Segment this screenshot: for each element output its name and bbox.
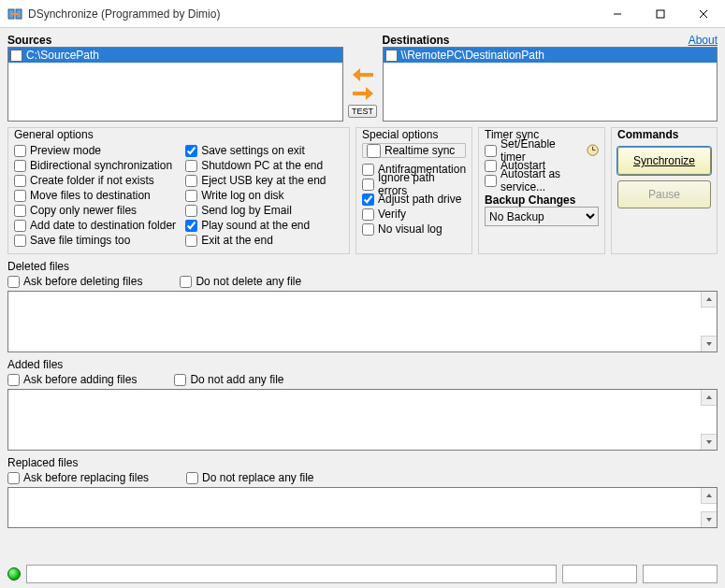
- copy-newer-label: Copy only newer files: [30, 204, 137, 217]
- send-email-checkbox[interactable]: [185, 205, 197, 217]
- destinations-list[interactable]: \\RemotePC\DestinationPath: [383, 47, 718, 122]
- scroll-down-button[interactable]: [701, 511, 717, 527]
- source-item-checkbox[interactable]: [10, 50, 22, 62]
- deleted-files-section: Deleted files Ask before deleting files …: [7, 260, 718, 352]
- close-button[interactable]: [682, 0, 725, 28]
- sources-panel: Sources C:\SourcePath: [7, 32, 343, 122]
- synchronize-button[interactable]: Synchronize: [617, 147, 711, 175]
- timer-sync-group: Timer sync Set/Enable timer Autostart Au…: [478, 127, 605, 254]
- no-visual-log-label: No visual log: [378, 222, 442, 236]
- window-title: DSynchronize (Programmed by Dimio): [28, 7, 596, 21]
- exit-end-checkbox[interactable]: [185, 235, 197, 247]
- source-item-path: C:\SourcePath: [26, 49, 99, 62]
- bidirectional-checkbox[interactable]: [14, 160, 26, 172]
- source-item[interactable]: C:\SourcePath: [8, 48, 342, 63]
- special-options-legend: Special options: [362, 128, 466, 141]
- ask-add-checkbox[interactable]: [7, 374, 20, 386]
- scroll-up-button[interactable]: [701, 488, 717, 504]
- ask-add-label: Ask before adding files: [23, 373, 137, 386]
- verify-checkbox[interactable]: [362, 208, 374, 221]
- move-files-checkbox[interactable]: [14, 190, 26, 202]
- eject-usb-label: Eject USB key at the end: [201, 174, 326, 187]
- arrow-right-icon: [353, 86, 373, 101]
- bidirectional-label: Bidirectional synchronization: [30, 159, 172, 172]
- destination-item-path: \\RemotePC\DestinationPath: [401, 49, 544, 62]
- replaced-files-label: Replaced files: [7, 456, 718, 469]
- status-led-icon: [7, 567, 21, 581]
- shutdown-checkbox[interactable]: [185, 160, 197, 172]
- ask-replace-checkbox[interactable]: [7, 472, 20, 484]
- send-email-label: Send log by Email: [201, 204, 292, 217]
- ask-delete-checkbox[interactable]: [7, 276, 20, 288]
- scroll-up-button[interactable]: [701, 390, 717, 406]
- sources-list[interactable]: C:\SourcePath: [7, 47, 343, 122]
- backup-changes-legend: Backup Changes: [485, 194, 599, 207]
- create-folder-label: Create folder if not exists: [30, 174, 154, 187]
- about-link[interactable]: About: [689, 34, 718, 47]
- save-settings-checkbox[interactable]: [185, 145, 197, 157]
- realtime-sync-label: Realtime sync: [384, 144, 455, 157]
- preview-mode-checkbox[interactable]: [14, 145, 26, 157]
- enable-timer-checkbox[interactable]: [485, 145, 497, 157]
- deleted-files-label: Deleted files: [7, 260, 718, 273]
- ignore-path-checkbox[interactable]: [362, 179, 374, 191]
- replaced-files-log[interactable]: [7, 487, 718, 528]
- move-files-label: Move files to destination: [30, 189, 151, 202]
- play-sound-checkbox[interactable]: [185, 220, 197, 232]
- antifrag-checkbox[interactable]: [362, 164, 374, 176]
- no-visual-log-checkbox[interactable]: [362, 223, 374, 236]
- scroll-down-button[interactable]: [701, 434, 717, 450]
- scroll-up-button[interactable]: [701, 292, 717, 308]
- added-files-log[interactable]: [7, 389, 718, 451]
- maximize-button[interactable]: [639, 0, 682, 28]
- added-files-label: Added files: [7, 358, 718, 371]
- status-field-3: [643, 565, 718, 583]
- transfer-arrows: TEST: [343, 32, 383, 122]
- general-options-legend: General options: [14, 128, 343, 141]
- save-timings-checkbox[interactable]: [14, 235, 26, 247]
- save-timings-label: Save file timings too: [30, 234, 130, 247]
- verify-label: Verify: [378, 208, 406, 221]
- scroll-down-button[interactable]: [701, 336, 717, 351]
- dont-delete-label: Do not delete any file: [196, 275, 301, 288]
- replaced-files-section: Replaced files Ask before replacing file…: [7, 456, 718, 528]
- write-log-checkbox[interactable]: [185, 190, 197, 202]
- save-settings-label: Save settings on exit: [201, 144, 305, 157]
- status-bar: [7, 564, 718, 584]
- dont-add-checkbox[interactable]: [174, 374, 186, 386]
- destination-item[interactable]: \\RemotePC\DestinationPath: [384, 48, 718, 63]
- ask-replace-label: Ask before replacing files: [23, 471, 149, 484]
- general-options-group: General options Preview mode Bidirection…: [7, 127, 350, 254]
- realtime-sync-checkbox[interactable]: [367, 144, 381, 158]
- commands-legend: Commands: [617, 128, 711, 141]
- adjust-drive-checkbox[interactable]: [362, 194, 374, 206]
- sources-label: Sources: [7, 34, 51, 47]
- added-files-section: Added files Ask before adding files Do n…: [7, 358, 718, 451]
- dont-replace-checkbox[interactable]: [186, 472, 198, 484]
- commands-group: Commands Synchronize Pause: [611, 127, 718, 254]
- minimize-button[interactable]: [596, 0, 639, 28]
- copy-newer-checkbox[interactable]: [14, 205, 26, 217]
- svg-rect-3: [657, 10, 664, 18]
- autostart-checkbox[interactable]: [485, 160, 497, 172]
- add-date-label: Add date to destination folder: [30, 219, 176, 232]
- ask-delete-label: Ask before deleting files: [23, 275, 142, 288]
- arrow-left-icon: [353, 67, 373, 82]
- add-date-checkbox[interactable]: [14, 220, 26, 232]
- eject-usb-checkbox[interactable]: [185, 175, 197, 187]
- status-field-2: [562, 565, 637, 583]
- pause-button[interactable]: Pause: [617, 180, 711, 208]
- test-button[interactable]: TEST: [348, 105, 377, 118]
- destination-item-checkbox[interactable]: [385, 50, 398, 62]
- dont-delete-checkbox[interactable]: [180, 276, 192, 288]
- write-log-label: Write log on disk: [201, 189, 283, 202]
- autostart-service-checkbox[interactable]: [485, 175, 497, 187]
- dont-replace-label: Do not replace any file: [202, 471, 313, 484]
- create-folder-checkbox[interactable]: [14, 175, 26, 187]
- destinations-panel: Destinations About \\RemotePC\Destinatio…: [383, 32, 718, 122]
- backup-changes-select[interactable]: No Backup: [485, 207, 599, 226]
- deleted-files-log[interactable]: [7, 291, 718, 352]
- app-icon: [7, 7, 22, 22]
- titlebar: DSynchronize (Programmed by Dimio): [0, 0, 725, 28]
- special-options-group: Special options Realtime sync Antifragme…: [355, 127, 472, 254]
